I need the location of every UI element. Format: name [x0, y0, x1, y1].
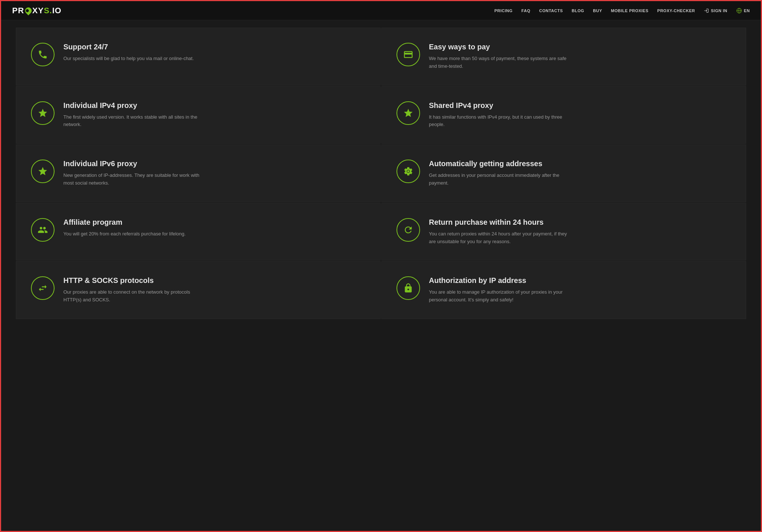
refresh-icon: [403, 225, 413, 235]
feature-support: Support 24/7 Our specialists will be gla…: [16, 28, 381, 85]
feature-protocols-text: HTTP & SOCKS protocols Our proxies are a…: [63, 276, 203, 304]
logo-text-xy: XY: [32, 6, 44, 15]
nav-buy[interactable]: BUY: [593, 8, 602, 13]
users-icon: [38, 225, 48, 235]
feature-protocols-title: HTTP & SOCKS protocols: [63, 276, 203, 285]
feature-affiliate: Affiliate program You will get 20% from …: [16, 203, 381, 261]
payment-icon: [403, 49, 413, 60]
feature-affiliate-text: Affiliate program You will get 20% from …: [63, 218, 186, 238]
signin-link[interactable]: SIGN IN: [704, 8, 727, 13]
feature-payment-text: Easy ways to pay We have more than 50 wa…: [429, 43, 569, 70]
feature-ipv4-title: Individual IPv4 proxy: [63, 101, 203, 110]
feature-affiliate-title: Affiliate program: [63, 218, 186, 227]
star-icon-circle-1: [31, 101, 55, 125]
nav-mobile-proxies[interactable]: MOBILE PROXIES: [611, 8, 649, 13]
star-icon-circle-3: [31, 160, 55, 183]
gear-icon-circle: [396, 160, 420, 183]
nav-contacts[interactable]: CONTACTS: [539, 8, 563, 13]
logo-dot: .: [50, 6, 52, 15]
lock-icon-circle: [396, 276, 420, 300]
site-logo[interactable]: PR XY S . IO: [12, 6, 62, 15]
feature-shared-ipv4-text: Shared IPv4 proxy It has similar functio…: [429, 101, 569, 129]
feature-ipv6: Individual IPv6 proxy New generation of …: [16, 144, 381, 202]
payment-icon-circle: [396, 43, 420, 66]
feature-ip-auth-desc: You are able to manage IP authorization …: [429, 288, 569, 304]
nav-blog[interactable]: BLOG: [572, 8, 584, 13]
feature-return-title: Return purchase within 24 hours: [429, 218, 569, 227]
feature-auto-addresses-desc: Get addresses in your personal account i…: [429, 172, 569, 187]
feature-auto-addresses-text: Automatically getting addresses Get addr…: [429, 160, 569, 187]
feature-support-desc: Our specialists will be glad to help you…: [63, 55, 194, 63]
feature-payment-desc: We have more than 50 ways of payment, th…: [429, 55, 569, 70]
logo-text-s: S: [44, 6, 50, 15]
feature-support-title: Support 24/7: [63, 43, 194, 51]
feature-ipv4-text: Individual IPv4 proxy The first widely u…: [63, 101, 203, 129]
feature-protocols: HTTP & SOCKS protocols Our proxies are a…: [16, 261, 381, 319]
star-icon-3: [38, 166, 48, 176]
feature-shared-ipv4-desc: It has similar functions with IPv4 proxy…: [429, 113, 569, 129]
feature-return: Return purchase within 24 hours You can …: [381, 203, 746, 261]
feature-shared-ipv4: Shared IPv4 proxy It has similar functio…: [381, 86, 746, 144]
feature-shared-ipv4-title: Shared IPv4 proxy: [429, 101, 569, 110]
logo-leaf-icon: [24, 6, 33, 15]
feature-affiliate-desc: You will get 20% from each referrals pur…: [63, 230, 186, 238]
feature-ip-auth-title: Authorization by IP address: [429, 276, 569, 285]
feature-ip-auth: Authorization by IP address You are able…: [381, 261, 746, 319]
phone-icon-circle: [31, 43, 55, 66]
feature-ipv4: Individual IPv4 proxy The first widely u…: [16, 86, 381, 144]
feature-ipv4-desc: The first widely used version. It works …: [63, 113, 203, 129]
feature-auto-addresses: Automatically getting addresses Get addr…: [381, 144, 746, 202]
feature-payment-title: Easy ways to pay: [429, 43, 569, 51]
main-nav: PRICING FAQ CONTACTS BLOG BUY MOBILE PRO…: [494, 8, 750, 14]
feature-auto-addresses-title: Automatically getting addresses: [429, 160, 569, 168]
gear-icon: [403, 166, 413, 176]
feature-return-text: Return purchase within 24 hours You can …: [429, 218, 569, 246]
signin-label[interactable]: SIGN IN: [711, 8, 727, 13]
star-icon-2: [403, 108, 413, 118]
feature-ipv6-desc: New generation of IP-addresses. They are…: [63, 172, 203, 187]
phone-icon: [38, 49, 48, 60]
feature-ipv6-title: Individual IPv6 proxy: [63, 160, 203, 168]
star-icon-circle-2: [396, 101, 420, 125]
feature-payment: Easy ways to pay We have more than 50 wa…: [381, 28, 746, 85]
feature-ip-auth-text: Authorization by IP address You are able…: [429, 276, 569, 304]
arrows-icon: [38, 283, 48, 293]
language-switcher[interactable]: EN: [736, 8, 750, 14]
star-icon-1: [38, 108, 48, 118]
feature-return-desc: You can return proxies within 24 hours a…: [429, 230, 569, 246]
feature-ipv6-text: Individual IPv6 proxy New generation of …: [63, 160, 203, 187]
feature-protocols-desc: Our proxies are able to connect on the n…: [63, 288, 203, 304]
nav-proxy-checker[interactable]: PROXY-CHECKER: [657, 8, 695, 13]
lock-icon: [403, 283, 413, 293]
logo-text-proxy: PR: [12, 6, 24, 15]
logo-text-io: IO: [52, 6, 62, 15]
refresh-icon-circle: [396, 218, 420, 242]
nav-pricing[interactable]: PRICING: [494, 8, 513, 13]
features-grid: Support 24/7 Our specialists will be gla…: [16, 28, 746, 319]
lang-label[interactable]: EN: [744, 8, 750, 13]
feature-support-text: Support 24/7 Our specialists will be gla…: [63, 43, 194, 63]
arrows-icon-circle: [31, 276, 55, 300]
nav-faq[interactable]: FAQ: [521, 8, 530, 13]
users-icon-circle: [31, 218, 55, 242]
